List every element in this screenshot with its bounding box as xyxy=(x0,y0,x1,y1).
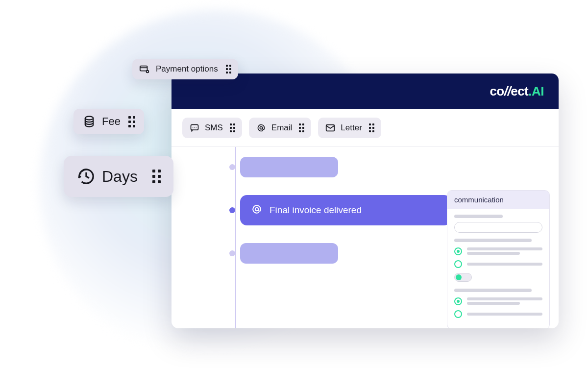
radio-icon[interactable] xyxy=(454,310,462,318)
radio-icon[interactable] xyxy=(454,297,462,305)
card-settings-icon xyxy=(139,64,150,74)
brand-part1: co xyxy=(490,84,504,98)
placeholder-text xyxy=(467,296,542,306)
placeholder-line xyxy=(454,239,532,242)
placeholder-text xyxy=(467,246,542,256)
email-label: Email xyxy=(271,123,293,133)
panel-body xyxy=(447,209,549,318)
brand-dot: . xyxy=(528,84,532,98)
drag-grip-icon[interactable] xyxy=(369,123,374,132)
at-icon xyxy=(251,203,263,218)
letter-chip[interactable]: Letter xyxy=(318,118,381,138)
fee-label: Fee xyxy=(102,115,121,128)
timeline-event-placeholder[interactable] xyxy=(240,243,338,264)
app-window: co//ect.AI SMS Email Letter xyxy=(172,74,559,328)
drag-grip-icon[interactable] xyxy=(299,123,304,132)
email-chip[interactable]: Email xyxy=(249,118,312,138)
drag-grip-icon[interactable] xyxy=(230,123,235,132)
days-chip[interactable]: Days xyxy=(64,156,173,197)
communication-panel: communication xyxy=(447,190,550,328)
timeline-node xyxy=(229,207,235,213)
drag-grip-icon[interactable] xyxy=(152,170,161,183)
coins-icon xyxy=(82,115,96,128)
letter-label: Letter xyxy=(341,123,362,133)
brand-slash: // xyxy=(504,84,511,98)
radio-icon[interactable] xyxy=(454,260,462,268)
panel-radio-option[interactable] xyxy=(454,246,542,256)
svg-point-3 xyxy=(196,126,197,127)
radio-icon[interactable] xyxy=(454,247,462,255)
clock-history-icon xyxy=(76,167,96,186)
panel-radio-option[interactable] xyxy=(454,310,542,318)
timeline-step-1[interactable] xyxy=(211,157,559,177)
timeline-event-placeholder[interactable] xyxy=(240,157,338,177)
timeline-node xyxy=(229,250,235,256)
envelope-icon xyxy=(325,122,336,133)
channel-toolbar: SMS Email Letter xyxy=(172,109,559,147)
sms-chip[interactable]: SMS xyxy=(182,118,242,138)
sms-icon xyxy=(189,122,200,133)
placeholder-line xyxy=(454,215,503,218)
panel-title: communication xyxy=(447,191,549,209)
timeline-main-event-label: Final invoice delivered xyxy=(270,205,362,216)
fee-chip[interactable]: Fee xyxy=(74,109,144,134)
sms-label: SMS xyxy=(205,123,223,133)
drag-grip-icon[interactable] xyxy=(128,116,135,127)
payment-options-chip[interactable]: Payment options xyxy=(132,59,238,79)
drag-grip-icon[interactable] xyxy=(226,65,231,74)
timeline-main-event[interactable]: Final invoice delivered xyxy=(240,195,451,225)
days-label: Days xyxy=(102,168,138,186)
svg-point-9 xyxy=(85,117,93,120)
svg-point-1 xyxy=(193,126,194,127)
placeholder-text xyxy=(467,311,542,317)
panel-toggle[interactable] xyxy=(454,273,472,282)
payment-options-label: Payment options xyxy=(156,64,218,74)
brand-logo: co//ect.AI xyxy=(490,84,544,99)
brand-suffix: AI xyxy=(532,84,544,98)
brand-part2: ect xyxy=(511,84,528,98)
svg-point-2 xyxy=(194,126,195,127)
placeholder-line xyxy=(454,289,532,292)
timeline-node xyxy=(229,164,235,170)
svg-rect-7 xyxy=(140,66,147,71)
panel-input[interactable] xyxy=(454,222,542,233)
panel-radio-option[interactable] xyxy=(454,260,542,268)
panel-radio-option[interactable] xyxy=(454,296,542,306)
at-icon xyxy=(256,122,267,133)
placeholder-text xyxy=(467,261,542,267)
